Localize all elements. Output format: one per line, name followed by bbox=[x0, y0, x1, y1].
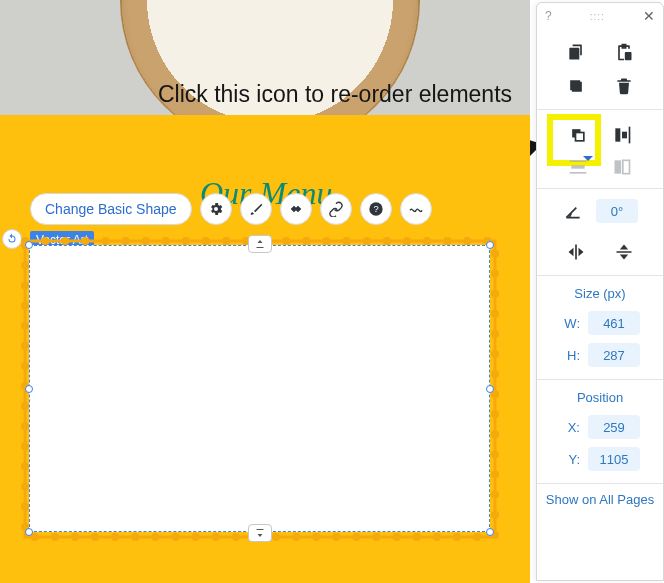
svg-rect-9 bbox=[571, 165, 584, 168]
svg-rect-13 bbox=[623, 160, 630, 173]
resize-handle-tl[interactable] bbox=[25, 241, 33, 249]
resize-handle-br[interactable] bbox=[486, 528, 494, 536]
selected-element[interactable] bbox=[29, 245, 490, 532]
width-input[interactable]: 461 bbox=[588, 311, 640, 335]
rotation-icon-wrap bbox=[562, 200, 584, 222]
flip-horizontal-button[interactable] bbox=[565, 241, 587, 263]
y-label: Y: bbox=[560, 452, 580, 467]
panel-close-icon[interactable]: ✕ bbox=[643, 8, 655, 24]
copy-icon bbox=[566, 42, 586, 62]
trash-icon bbox=[614, 76, 634, 96]
y-input[interactable]: 1105 bbox=[588, 447, 640, 471]
copy-button[interactable] bbox=[565, 41, 587, 63]
distribute-icon bbox=[568, 157, 588, 177]
panel-drag-handle[interactable]: :::: bbox=[590, 11, 605, 22]
x-label: X: bbox=[560, 420, 580, 435]
show-on-all-pages-button[interactable]: Show on All Pages bbox=[540, 484, 660, 517]
link-button[interactable] bbox=[320, 193, 352, 225]
x-input[interactable]: 259 bbox=[588, 415, 640, 439]
stretch-handle-top[interactable] bbox=[248, 235, 272, 253]
resize-handle-ml[interactable] bbox=[25, 385, 33, 393]
animation-button[interactable] bbox=[280, 193, 312, 225]
svg-text:?: ? bbox=[373, 204, 378, 214]
help-button[interactable]: ? bbox=[360, 193, 392, 225]
height-label: H: bbox=[560, 348, 580, 363]
rotation-input[interactable]: 0° bbox=[596, 199, 638, 223]
paste-button[interactable] bbox=[613, 41, 635, 63]
resize-handle-tr[interactable] bbox=[486, 241, 494, 249]
resize-handle-bl[interactable] bbox=[25, 528, 33, 536]
distribute-button[interactable] bbox=[567, 156, 589, 178]
size-section-title: Size (px) bbox=[574, 276, 625, 307]
help-icon: ? bbox=[368, 201, 384, 217]
selection-toolbar: Change Basic Shape ? bbox=[30, 193, 432, 225]
angle-icon bbox=[563, 201, 583, 221]
height-input[interactable]: 287 bbox=[588, 343, 640, 367]
duplicate-button[interactable] bbox=[565, 75, 587, 97]
selection-outline bbox=[29, 245, 490, 532]
gear-icon bbox=[208, 201, 224, 217]
undo-icon bbox=[6, 233, 18, 245]
width-label: W: bbox=[560, 316, 580, 331]
svg-rect-11 bbox=[570, 172, 587, 174]
brush-icon bbox=[248, 201, 264, 217]
align-icon bbox=[612, 125, 632, 145]
animation-icon bbox=[288, 201, 304, 217]
change-basic-shape-button[interactable]: Change Basic Shape bbox=[30, 193, 192, 225]
canvas-area[interactable]: Our Menu Change Basic Shape ? Vector Art bbox=[0, 115, 530, 583]
stretch-button[interactable] bbox=[400, 193, 432, 225]
svg-rect-12 bbox=[615, 160, 622, 173]
svg-rect-8 bbox=[629, 127, 631, 144]
position-section-title: Position bbox=[577, 380, 623, 411]
flip-h-icon bbox=[566, 242, 586, 262]
svg-rect-7 bbox=[622, 132, 627, 139]
panel-help-icon[interactable]: ? bbox=[545, 9, 552, 23]
undo-button[interactable] bbox=[2, 229, 22, 249]
squiggle-icon bbox=[408, 201, 424, 217]
duplicate-icon bbox=[566, 76, 586, 96]
delete-button[interactable] bbox=[613, 75, 635, 97]
match-size-button[interactable] bbox=[611, 156, 633, 178]
flip-v-icon bbox=[614, 242, 634, 262]
design-button[interactable] bbox=[240, 193, 272, 225]
annotation-caption: Click this icon to re-order elements bbox=[155, 80, 515, 109]
flip-vertical-button[interactable] bbox=[613, 241, 635, 263]
svg-rect-6 bbox=[615, 128, 620, 141]
paste-icon bbox=[614, 42, 634, 62]
settings-button[interactable] bbox=[200, 193, 232, 225]
match-size-icon bbox=[612, 157, 632, 177]
align-button[interactable] bbox=[611, 124, 633, 146]
stretch-handle-bottom[interactable] bbox=[248, 524, 272, 542]
svg-rect-10 bbox=[570, 160, 587, 162]
properties-panel: ? :::: ✕ 0° bbox=[536, 2, 664, 581]
resize-handle-mr[interactable] bbox=[486, 385, 494, 393]
link-icon bbox=[328, 201, 344, 217]
